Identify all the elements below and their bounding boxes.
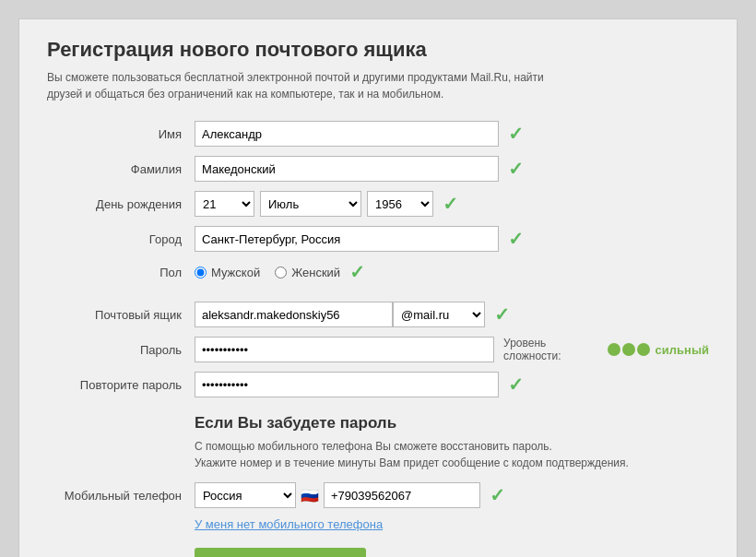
no-phone-link[interactable]: У меня нет мобильного телефона <box>195 517 383 531</box>
recovery-section: Если Вы забудете пароль С помощью мобиль… <box>195 414 709 471</box>
gender-check: ✓ <box>349 261 365 283</box>
city-input[interactable] <box>195 226 499 252</box>
first-name-label: Имя <box>47 127 195 141</box>
repeat-password-input[interactable] <box>195 372 499 397</box>
first-name-check: ✓ <box>508 123 524 145</box>
city-check: ✓ <box>508 228 524 250</box>
gender-female-radio[interactable] <box>275 267 287 278</box>
recovery-title: Если Вы забудете пароль <box>195 414 709 433</box>
strength-value: сильный <box>656 343 709 357</box>
phone-flag: 🇷🇺 <box>301 487 319 504</box>
city-label: Город <box>47 232 195 246</box>
birthday-day-select[interactable]: 21 <box>195 191 254 217</box>
last-name-input[interactable] <box>195 156 499 182</box>
gender-male-label: Мужской <box>211 266 260 279</box>
repeat-password-label: Повторите пароль <box>47 378 195 392</box>
birthday-month-select[interactable]: ЯнварьФевральМарт АпрельМайИюнь ИюльАвгу… <box>260 191 361 217</box>
last-name-check: ✓ <box>508 158 524 180</box>
last-name-label: Фамилия <box>47 162 195 176</box>
gender-female-label: Женский <box>291 266 340 279</box>
email-domain-select[interactable]: @mail.ru @inbox.ru @bk.ru @list.ru <box>393 302 485 327</box>
gender-male-radio[interactable] <box>195 267 207 278</box>
gender-female-option[interactable]: Женский <box>275 266 340 279</box>
strength-icons <box>608 343 650 356</box>
mobile-country-select[interactable]: Россия <box>195 482 296 508</box>
strength-icon-1 <box>608 343 620 356</box>
repeat-password-check: ✓ <box>508 373 524 396</box>
birthday-label: День рождения <box>47 197 195 211</box>
email-check: ✓ <box>494 303 510 326</box>
recovery-text: С помощью мобильного телефона Вы сможете… <box>195 438 709 471</box>
page-subtitle: Вы сможете пользоваться бесплатной элект… <box>47 69 563 102</box>
no-phone-link-row: У меня нет мобильного телефона <box>195 517 709 531</box>
password-label: Пароль <box>47 343 195 357</box>
password-strength: Уровень сложности: сильный <box>503 337 709 362</box>
phone-input[interactable] <box>324 482 480 508</box>
mobile-label: Мобильный телефон <box>47 489 195 503</box>
register-button[interactable]: Зарегистрироваться <box>195 548 366 557</box>
gender-male-option[interactable]: Мужской <box>195 266 260 279</box>
birthday-check: ✓ <box>443 193 458 215</box>
page-title: Регистрация нового почтового ящика <box>47 38 709 62</box>
birthday-year-select[interactable]: 1956 <box>367 191 433 217</box>
strength-icon-2 <box>622 343 635 356</box>
strength-text: Уровень сложности: <box>503 337 604 362</box>
email-label: Почтовый ящик <box>47 308 195 322</box>
mobile-check: ✓ <box>490 484 505 506</box>
first-name-input[interactable] <box>195 121 499 147</box>
register-btn-row: Зарегистрироваться <box>195 548 709 557</box>
email-username-input[interactable] <box>195 302 393 327</box>
password-input[interactable] <box>195 337 494 362</box>
gender-label: Пол <box>47 266 195 279</box>
strength-icon-3 <box>637 343 650 356</box>
